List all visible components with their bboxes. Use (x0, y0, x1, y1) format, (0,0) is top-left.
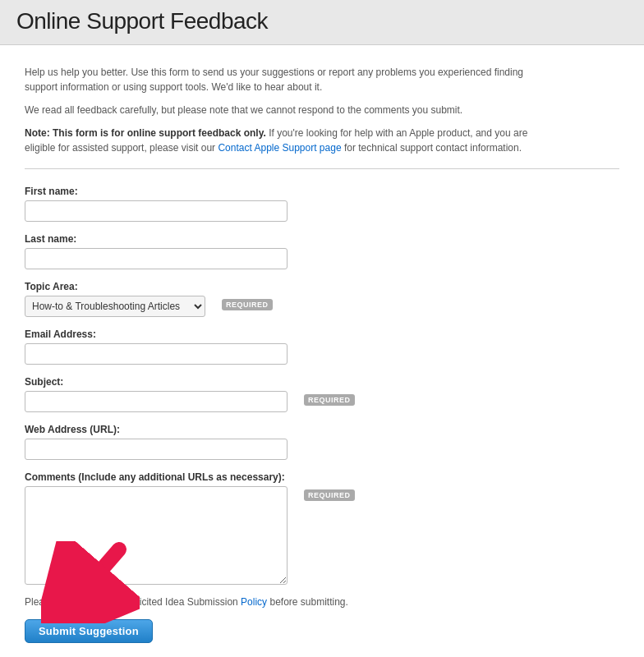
email-group: Email Address: (25, 328, 619, 365)
web-address-label: Web Address (URL): (25, 424, 619, 435)
page-header: Online Support Feedback (0, 0, 644, 45)
feedback-form: First name: Last name: Topic Area: How-t… (25, 186, 619, 643)
last-name-input[interactable] (25, 248, 288, 269)
subject-required-badge: REQUIRED (304, 394, 355, 406)
topic-required-badge: REQUIRED (222, 299, 273, 310)
last-name-group: Last name: (25, 233, 619, 269)
section-divider (25, 168, 619, 169)
comments-label: Comments (Include any additional URLs as… (25, 471, 619, 483)
web-address-group: Web Address (URL): (25, 424, 619, 460)
web-address-input[interactable] (25, 439, 288, 460)
topic-area-label: Topic Area: (25, 281, 619, 292)
first-name-input[interactable] (25, 200, 288, 222)
policy-text-post: before submitting. (267, 596, 348, 608)
policy-text-pre: Please read Apple's Unsolicited Idea Sub… (25, 596, 241, 608)
first-name-label: First name: (25, 186, 619, 197)
subject-label: Subject: (25, 376, 619, 388)
subject-group: Subject: REQUIRED (25, 376, 619, 412)
subject-input[interactable] (25, 391, 288, 412)
intro-paragraph1: Help us help you better. Use this form t… (25, 65, 550, 94)
contact-support-link[interactable]: Contact Apple Support page (218, 142, 341, 154)
policy-link[interactable]: Policy (241, 596, 267, 608)
comments-required-badge: REQUIRED (304, 489, 355, 501)
comments-row: REQUIRED (25, 486, 619, 585)
page-content: Help us help you better. Use this form t… (0, 45, 644, 657)
comments-group: Comments (Include any additional URLs as… (25, 471, 619, 585)
intro-paragraph2: We read all feedback carefully, but plea… (25, 103, 550, 117)
submit-area: Submit Suggestion (25, 619, 153, 643)
note-end: for technical support contact informatio… (342, 142, 522, 154)
first-name-group: First name: (25, 186, 619, 222)
email-label: Email Address: (25, 328, 619, 340)
note-text: Note: This form is for online support fe… (25, 126, 550, 155)
submit-button[interactable]: Submit Suggestion (25, 619, 153, 643)
email-input[interactable] (25, 343, 288, 365)
topic-area-group: Topic Area: How-to & Troubleshooting Art… (25, 281, 619, 317)
last-name-label: Last name: (25, 233, 619, 245)
policy-text: Please read Apple's Unsolicited Idea Sub… (25, 596, 619, 608)
page-title: Online Support Feedback (16, 8, 628, 34)
note-bold: Note: This form is for online support fe… (25, 127, 266, 139)
topic-area-select[interactable]: How-to & Troubleshooting Articles Downlo… (25, 296, 205, 317)
comments-textarea[interactable] (25, 486, 288, 585)
